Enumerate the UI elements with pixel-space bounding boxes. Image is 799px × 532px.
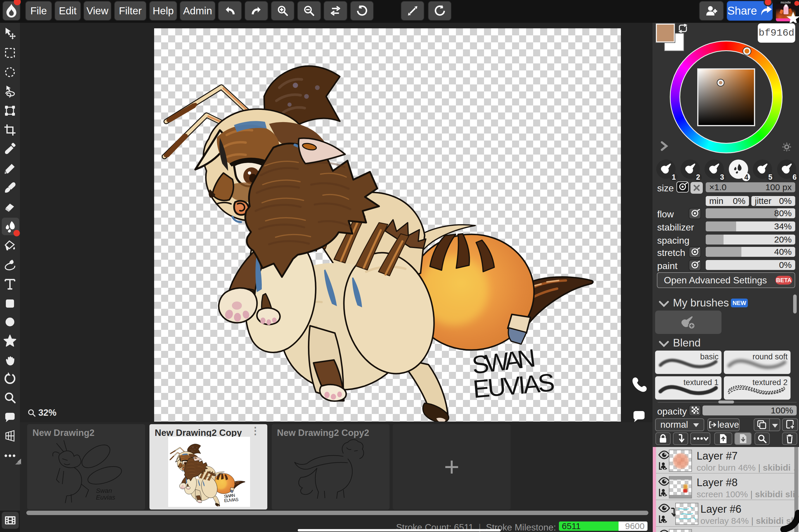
svg-text:1: 1 (672, 173, 676, 181)
svg-text:Euvias: Euvias (96, 494, 115, 501)
svg-text:6: 6 (793, 173, 797, 181)
svg-text:3: 3 (720, 173, 724, 181)
svg-text:5: 5 (768, 173, 773, 181)
svg-text:4: 4 (744, 173, 748, 181)
svg-text:Swan: Swan (96, 487, 112, 494)
svg-text:2: 2 (696, 173, 700, 181)
